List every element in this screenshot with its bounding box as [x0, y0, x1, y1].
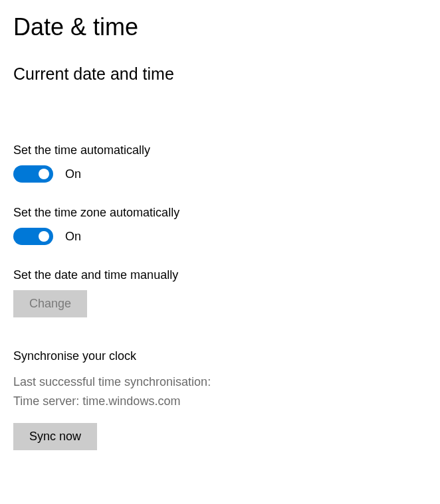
toggle-auto-time-state: On: [65, 167, 81, 181]
page-title: Date & time: [13, 13, 427, 41]
sync-last-success: Last successful time synchronisation:: [13, 373, 427, 392]
toggle-auto-timezone[interactable]: [13, 228, 53, 245]
setting-auto-timezone: Set the time zone automatically On: [13, 206, 427, 245]
sync-server: Time server: time.windows.com: [13, 392, 427, 411]
toggle-row-auto-time: On: [13, 165, 427, 183]
setting-manual-label: Set the date and time manually: [13, 268, 427, 282]
sync-heading: Synchronise your clock: [13, 349, 427, 363]
setting-auto-time: Set the time automatically On: [13, 143, 427, 183]
toggle-auto-time[interactable]: [13, 165, 53, 183]
toggle-auto-timezone-state: On: [65, 230, 81, 244]
toggle-knob-icon: [39, 169, 49, 179]
setting-auto-timezone-label: Set the time zone automatically: [13, 206, 427, 220]
toggle-row-auto-timezone: On: [13, 228, 427, 245]
sync-now-button[interactable]: Sync now: [13, 423, 97, 450]
change-button: Change: [13, 290, 87, 317]
setting-manual-datetime: Set the date and time manually Change: [13, 268, 427, 317]
section-heading-current: Current date and time: [13, 64, 427, 84]
sync-info: Last successful time synchronisation: Ti…: [13, 373, 427, 411]
sync-section: Synchronise your clock Last successful t…: [13, 349, 427, 450]
toggle-knob-icon: [39, 231, 49, 242]
setting-auto-time-label: Set the time automatically: [13, 143, 427, 157]
